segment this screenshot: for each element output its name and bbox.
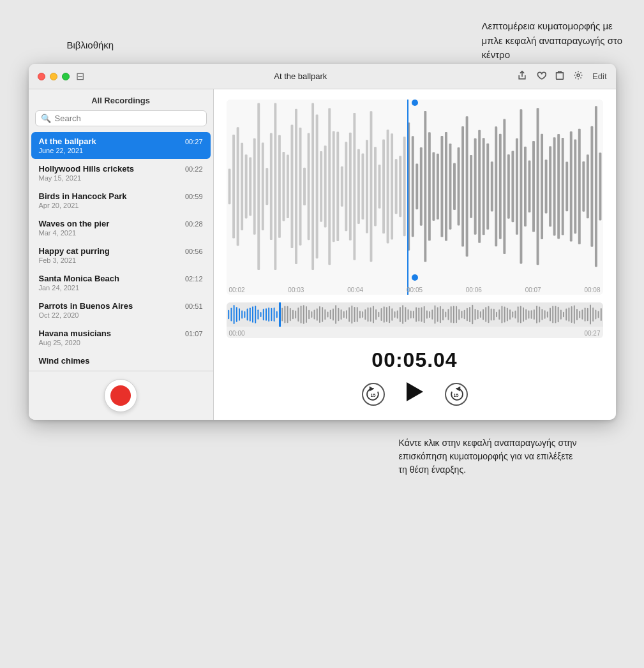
svg-rect-91 [594,106,597,267]
svg-rect-84 [565,161,568,211]
svg-rect-76 [532,141,535,232]
svg-rect-27 [328,108,331,265]
svg-rect-155 [391,308,393,321]
svg-rect-28 [332,131,334,242]
recording-item[interactable]: Santa Monica Beach 02:12 Jan 24, 2021 [31,269,211,296]
svg-rect-167 [423,306,424,323]
svg-rect-195 [498,309,500,320]
svg-rect-111 [273,308,274,322]
svg-rect-164 [416,307,417,322]
detail-playhead-dot-top [412,100,418,106]
waveform-detail[interactable]: 00:02 00:03 00:04 00:05 00:06 00:07 00:0… [227,100,603,295]
rec-name: At the ballpark [39,137,96,146]
search-icon: 🔍 [41,114,51,123]
rec-name: Hollywood Hills crickets [39,164,135,174]
svg-rect-213 [546,311,548,318]
time-label-6: 00:07 [525,286,541,293]
recording-item[interactable]: Waves on the pier 00:28 Mar 4, 2021 [31,214,211,241]
svg-rect-166 [421,307,422,322]
svg-rect-72 [515,138,518,235]
svg-rect-6 [241,143,243,230]
svg-rect-219 [563,312,564,318]
svg-rect-88 [582,161,585,212]
svg-rect-3 [228,168,230,204]
play-button[interactable] [405,381,424,407]
svg-rect-93 [227,302,603,327]
svg-rect-174 [442,309,444,320]
svg-rect-124 [308,310,310,319]
svg-rect-9 [253,138,255,235]
svg-rect-83 [561,138,564,235]
svg-rect-110 [271,308,272,321]
minimize-button[interactable] [50,73,57,80]
svg-rect-38 [374,147,377,226]
svg-rect-73 [520,109,522,263]
share-icon[interactable] [517,70,527,83]
svg-rect-185 [472,305,473,325]
svg-rect-134 [335,305,336,324]
svg-rect-55 [444,132,447,241]
skip-forward-button[interactable]: 15 [445,383,468,406]
skip-back-button[interactable]: 15 [362,383,385,406]
recording-item[interactable]: Birds in Hancock Park 00:59 Apr 20, 2021 [31,187,211,214]
sidebar-toggle-button[interactable]: ⊟ [76,70,84,82]
svg-rect-201 [514,311,516,319]
svg-rect-19 [295,109,297,264]
svg-rect-11 [261,143,264,231]
svg-point-1 [577,74,580,77]
svg-rect-127 [316,308,317,320]
svg-rect-59 [461,126,464,247]
svg-rect-199 [509,309,511,320]
rec-duration: 01:07 [185,330,203,338]
trash-icon[interactable] [555,70,564,83]
rec-duration: 00:59 [185,193,203,200]
svg-rect-189 [483,309,484,320]
svg-rect-92 [599,152,601,220]
svg-rect-227 [584,308,585,321]
svg-rect-217 [557,307,558,323]
svg-rect-126 [313,310,315,320]
record-button[interactable] [104,379,137,412]
svg-rect-116 [287,306,288,323]
svg-rect-4 [232,135,235,239]
rec-name: Wind chimes [39,356,90,366]
maximize-button[interactable] [62,73,70,80]
waveform-overview[interactable]: 00:00 00:27 [227,302,603,338]
recording-item[interactable]: Wind chimes [31,352,211,370]
svg-rect-5 [236,127,239,246]
svg-rect-205 [525,309,527,320]
recording-item[interactable]: At the ballpark 00:27 June 22, 2021 [31,132,211,159]
rec-name: Havana musicians [39,329,111,338]
svg-rect-159 [402,305,403,324]
search-bar[interactable]: 🔍 [35,110,207,126]
settings-icon[interactable] [573,70,583,83]
svg-rect-198 [506,308,507,321]
heart-icon[interactable] [536,70,546,83]
svg-rect-215 [552,306,553,323]
recording-item[interactable]: Hollywood Hills crickets 00:22 May 15, 2… [31,160,211,186]
svg-rect-211 [541,309,543,320]
rec-duration: 02:12 [185,275,203,283]
svg-rect-171 [434,305,435,323]
svg-rect-24 [315,114,318,258]
recording-item[interactable]: Havana musicians 01:07 Aug 25, 2020 [31,324,211,351]
close-button[interactable] [38,73,45,80]
svg-rect-25 [320,151,322,222]
svg-rect-206 [528,311,529,319]
detail-panel: 00:02 00:03 00:04 00:05 00:06 00:07 00:0… [214,89,616,420]
rec-date: Jan 24, 2021 [39,284,203,292]
svg-rect-186 [474,309,476,320]
edit-button[interactable]: Edit [592,71,606,81]
svg-rect-157 [396,310,398,318]
time-label-1: 00:02 [229,286,245,293]
svg-rect-229 [590,304,591,324]
svg-rect-22 [307,133,310,240]
rec-duration: 00:22 [185,165,203,173]
recording-item[interactable]: Parrots in Buenos Aires 00:51 Oct 22, 20… [31,297,211,323]
search-input[interactable] [55,114,201,123]
svg-rect-107 [262,309,264,321]
rec-name: Birds in Hancock Park [39,191,127,201]
rec-name: Santa Monica Beach [39,274,119,283]
recording-item[interactable]: Happy cat purring 00:56 Feb 3, 2021 [31,242,211,269]
svg-rect-17 [286,155,288,219]
